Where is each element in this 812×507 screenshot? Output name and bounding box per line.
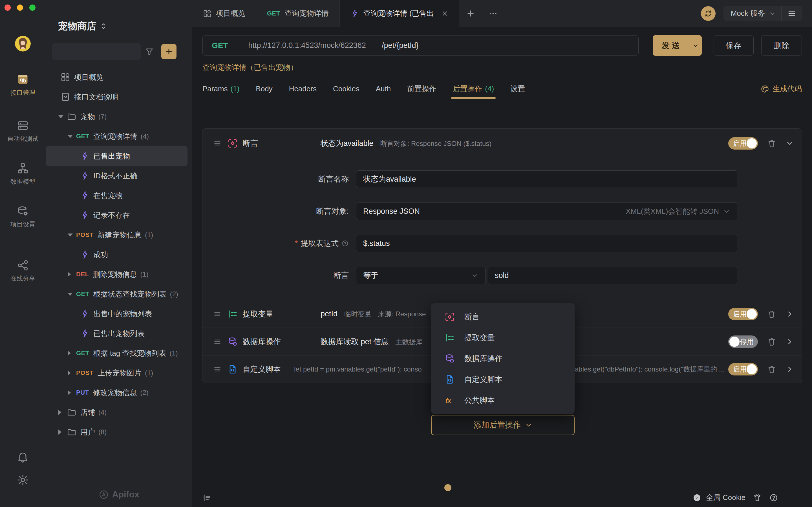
new-tab-button[interactable] [459,0,482,27]
tree-case-bad-id-format[interactable]: ID格式不正确 [46,166,188,186]
help-icon[interactable] [769,493,778,502]
tree-api-get-pets-by-status[interactable]: GET 根据状态查找宠物列表 (2) [46,284,188,304]
add-api-button[interactable] [161,44,176,59]
tree-folder-pets[interactable]: 宠物 (7) [46,107,188,126]
assertion-name-input[interactable]: 状态为available [356,170,737,188]
tree-case-success[interactable]: 成功 [46,245,188,265]
extract-expression-input[interactable]: $.status [356,235,737,252]
menu-item-database-operation[interactable]: 数据库操作 [431,348,574,369]
add-post-operation-button[interactable]: 添加后置操作 [431,415,574,435]
minimize-window-button[interactable] [17,4,23,11]
tab-params[interactable]: Params(1) [202,80,239,98]
assert-value-input[interactable]: sold [488,267,737,284]
tree-case-pets-on-sale-list[interactable]: 出售中的宠物列表 [46,304,188,324]
menu-item-custom-script[interactable]: 自定义脚本 [431,369,574,390]
tab-body[interactable]: Body [256,80,272,98]
menu-item-public-script[interactable]: fx 公共脚本 [431,390,574,411]
sidebar-item-api-management[interactable]: 接口管理 [0,73,46,97]
tab-sold-pet-case[interactable]: 查询宠物详情 (已售出 [340,0,459,27]
caret-right-icon[interactable] [68,371,76,376]
sidebar-item-project-settings[interactable]: 项目设置 [0,205,46,229]
tree-case-sold-pet[interactable]: 已售出宠物 [46,146,188,166]
delete-operation-button[interactable] [767,309,776,319]
caret-right-icon[interactable] [68,390,76,395]
sidebar-item-data-models[interactable]: 数据模型 [0,162,46,186]
caret-down-icon[interactable] [68,233,76,237]
caret-right-icon[interactable] [68,272,76,277]
tree-api-del-pet[interactable]: DEL 删除宠物信息 (1) [46,265,188,284]
caret-right-icon[interactable] [58,410,67,415]
delete-operation-button[interactable] [767,337,776,346]
tree-case-record-missing[interactable]: 记录不存在 [46,205,188,225]
send-options-button[interactable] [689,42,702,49]
tab-settings[interactable]: 设置 [510,80,525,98]
drag-handle-icon[interactable] [213,309,222,319]
expand-button[interactable] [785,337,794,346]
close-icon[interactable] [441,10,449,17]
tab-get-pet-detail[interactable]: GET 查询宠物详情 [256,0,340,27]
console-toggle-button[interactable] [202,493,212,503]
tree-api-post-upload-image[interactable]: POST 上传宠物图片 (1) [46,363,188,383]
expand-button[interactable] [785,365,794,374]
tab-post-operations[interactable]: 后置操作(4) [453,80,494,98]
caret-right-icon[interactable] [58,430,67,435]
tree-case-sold-pets-list[interactable]: 已售出宠物列表 [46,324,188,343]
notifications-button[interactable] [0,451,46,463]
menu-item-extract-variable[interactable]: 提取变量 [431,327,574,348]
close-window-button[interactable] [4,4,11,11]
drag-handle-icon[interactable] [213,139,222,148]
tree-api-get-pet-detail[interactable]: GET 查询宠物详情 (4) [46,126,188,146]
search-input-wrapper[interactable] [52,43,141,60]
environment-menu-button[interactable] [781,9,802,18]
menu-item-assertion[interactable]: 断言 [431,306,574,327]
settings-button[interactable] [0,474,46,486]
send-button[interactable]: 发 送 [653,35,702,56]
caret-down-icon[interactable] [68,135,76,138]
generate-code-button[interactable]: 生成代码 [761,84,802,94]
enable-toggle[interactable]: 启用 [728,363,758,376]
caret-down-icon[interactable] [58,115,67,118]
sync-button[interactable] [701,6,716,21]
user-avatar[interactable] [15,36,31,52]
theme-skin-icon[interactable] [753,493,762,502]
tab-project-overview[interactable]: 项目概览 [192,0,256,27]
disable-toggle[interactable]: 停用 [728,335,758,348]
tree-api-post-create-pet[interactable]: POST 新建宠物信息 (1) [46,225,188,245]
expand-button[interactable] [785,310,794,318]
delete-operation-button[interactable] [767,364,776,374]
tree-api-put-update-pet[interactable]: PUT 修改宠物信息 (2) [46,383,188,402]
tree-folder-store[interactable]: 店铺 (4) [46,402,188,422]
request-url-input[interactable]: GET http://127.0.0.1:4523/mock/622362 /p… [202,35,639,56]
assertion-target-select[interactable]: Response JSON XML(类XML)会智能转 JSON [356,203,737,220]
assertion-card-header[interactable]: 断言 状态为available 断言对象: Response JSON ($.s… [202,129,802,158]
tree-item-api-docs[interactable]: 接口文档说明 [46,87,188,107]
caret-right-icon[interactable] [68,351,76,356]
sidebar-item-automated-testing[interactable]: 自动化测试 [0,119,46,143]
zoom-window-button[interactable] [29,4,36,11]
delete-button[interactable]: 删除 [761,35,802,56]
enable-toggle[interactable]: 启用 [728,308,758,320]
tree-case-pet-on-sale[interactable]: 在售宠物 [46,186,188,205]
assert-operator-select[interactable]: 等于 [356,267,486,284]
drag-handle-icon[interactable] [213,337,222,346]
tab-pre-operations[interactable]: 前置操作 [407,80,437,98]
tab-headers[interactable]: Headers [289,80,317,98]
search-input[interactable] [59,47,154,56]
window-controls[interactable] [4,4,36,11]
delete-operation-button[interactable] [767,138,776,148]
enable-toggle[interactable]: 启用 [728,137,758,150]
save-button[interactable]: 保存 [714,35,754,56]
more-tabs-button[interactable] [482,0,504,27]
caret-down-icon[interactable] [68,293,76,296]
tree-item-project-overview[interactable]: 项目概览 [46,67,188,87]
drag-handle-icon[interactable] [213,365,222,374]
collapse-button[interactable] [785,139,794,148]
filter-button[interactable] [141,43,158,60]
help-icon[interactable] [342,240,349,247]
tab-auth[interactable]: Auth [376,80,391,98]
sidebar-item-online-share[interactable]: 在线分享 [0,259,46,283]
mock-service-dropdown[interactable]: Mock 服务 [723,8,781,18]
global-cookie-button[interactable]: 全局 Cookie [693,493,746,503]
tab-cookies[interactable]: Cookies [333,80,359,98]
tree-folder-users[interactable]: 用户 (8) [46,422,188,442]
